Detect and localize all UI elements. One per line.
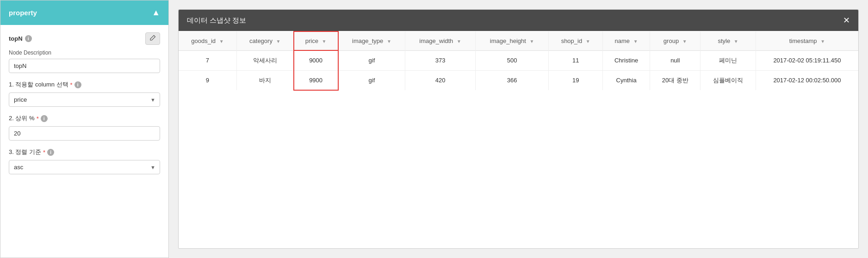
panel-header: property ▲ <box>0 0 168 25</box>
collapse-icon[interactable]: ▲ <box>152 8 160 18</box>
left-panel: property ▲ topN i Node Description 1. 적용… <box>0 0 169 258</box>
sort-arrow-group[interactable]: ▼ <box>682 39 687 44</box>
column-select[interactable]: price goods_id category <box>9 92 160 107</box>
table-row: 7악세사리9000gif37350011Christinenull페미닌2017… <box>179 50 858 70</box>
column-select-label: 1. 적용할 column 선택 * i <box>9 80 160 89</box>
percent-label: 2. 상위 % * i <box>9 114 160 123</box>
td-timestamp-row0: 2017-02-02 05:19:11.450 <box>756 50 858 70</box>
th-name: name ▼ <box>603 31 650 50</box>
sort-arrow-category[interactable]: ▼ <box>276 39 281 44</box>
percent-label-text: 2. 상위 % <box>9 114 35 123</box>
topn-section-title: topN i <box>9 32 160 45</box>
td-image_type-row0: gif <box>338 50 405 70</box>
sort-required: * <box>43 149 45 156</box>
sort-select[interactable]: asc desc <box>9 160 160 174</box>
th-image-height: image_height ▼ <box>476 31 549 50</box>
column-select-section: 1. 적용할 column 선택 * i price goods_id cate… <box>9 80 160 107</box>
sort-select-wrapper: asc desc ▼ <box>9 160 160 174</box>
sort-label-text: 3. 정렬 기준 <box>9 148 41 156</box>
panel-body: topN i Node Description 1. 적용할 column 선택… <box>0 25 168 258</box>
topn-info-icon[interactable]: i <box>25 35 32 42</box>
td-category-row0: 악세사리 <box>236 50 293 70</box>
th-style: style ▼ <box>701 31 756 50</box>
sort-arrow-name[interactable]: ▼ <box>633 39 638 44</box>
td-name-row1: Cynthia <box>603 70 650 90</box>
sort-arrow-style[interactable]: ▼ <box>734 39 738 44</box>
td-image_height-row0: 500 <box>476 50 549 70</box>
td-timestamp-row1: 2017-02-12 00:02:50.000 <box>756 70 858 90</box>
td-category-row1: 바지 <box>236 70 293 90</box>
th-image-width: image_width ▼ <box>405 31 476 50</box>
td-image_width-row0: 373 <box>405 50 476 70</box>
th-timestamp: timestamp ▼ <box>756 31 858 50</box>
column-select-info-icon[interactable]: i <box>74 81 81 88</box>
td-shop_id-row1: 19 <box>549 70 603 90</box>
modal-body: goods_id ▼ category ▼ price ▼ image_type… <box>179 31 858 248</box>
table-header-row: goods_id ▼ category ▼ price ▼ image_type… <box>179 31 858 50</box>
sort-arrow-price[interactable]: ▼ <box>322 39 327 44</box>
td-shop_id-row0: 11 <box>549 50 603 70</box>
sort-arrow-image-type[interactable]: ▼ <box>387 39 391 44</box>
td-image_type-row1: gif <box>338 70 405 90</box>
td-style-row0: 페미닌 <box>701 50 756 70</box>
sort-arrow-shop-id[interactable]: ▼ <box>586 39 590 44</box>
th-image-type: image_type ▼ <box>338 31 405 50</box>
sort-arrow-image-height[interactable]: ▼ <box>530 39 534 44</box>
th-price: price ▼ <box>294 31 338 50</box>
node-desc-label: Node Description <box>9 49 160 56</box>
edit-icon-button[interactable] <box>145 32 160 45</box>
table-row: 9바지9900gif42036619Cynthia20대 중반심플베이직2017… <box>179 70 858 90</box>
modal-close-button[interactable]: ✕ <box>843 15 850 25</box>
td-image_width-row1: 420 <box>405 70 476 90</box>
td-price-row1: 9900 <box>294 70 338 90</box>
percent-input[interactable] <box>9 126 160 141</box>
sort-section: 3. 정렬 기준 * i asc desc ▼ <box>9 148 160 174</box>
percent-section: 2. 상위 % * i <box>9 114 160 141</box>
th-shop-id: shop_id ▼ <box>549 31 603 50</box>
percent-info-icon[interactable]: i <box>41 115 48 122</box>
td-image_height-row1: 366 <box>476 70 549 90</box>
node-description-input[interactable] <box>9 59 160 73</box>
sort-arrow-goods-id[interactable]: ▼ <box>219 39 224 44</box>
td-goods_id-row1: 9 <box>179 70 236 90</box>
td-name-row0: Christine <box>603 50 650 70</box>
th-group: group ▼ <box>650 31 701 50</box>
th-category: category ▼ <box>236 31 293 50</box>
td-group-row1: 20대 중반 <box>650 70 701 90</box>
topn-label: topN <box>9 35 23 42</box>
modal-container: 데이터 스냅샷 정보 ✕ goods_id ▼ category ▼ price… <box>178 9 859 249</box>
td-goods_id-row0: 7 <box>179 50 236 70</box>
td-price-row0: 9000 <box>294 50 338 70</box>
panel-title: property <box>9 9 37 17</box>
td-group-row0: null <box>650 50 701 70</box>
data-table: goods_id ▼ category ▼ price ▼ image_type… <box>179 31 858 91</box>
column-select-required: * <box>70 81 73 88</box>
modal-title: 데이터 스냅샷 정보 <box>187 16 246 25</box>
modal-header: 데이터 스냅샷 정보 ✕ <box>179 10 858 31</box>
sort-label: 3. 정렬 기준 * i <box>9 148 160 156</box>
sort-arrow-image-width[interactable]: ▼ <box>457 39 461 44</box>
sort-info-icon[interactable]: i <box>47 149 54 156</box>
th-goods-id: goods_id ▼ <box>179 31 236 50</box>
right-panel: 데이터 스냅샷 정보 ✕ goods_id ▼ category ▼ price… <box>169 0 868 258</box>
sort-arrow-timestamp[interactable]: ▼ <box>820 39 825 44</box>
percent-required: * <box>37 115 39 122</box>
column-select-label-text: 1. 적용할 column 선택 <box>9 80 68 89</box>
td-style-row1: 심플베이직 <box>701 70 756 90</box>
column-select-wrapper: price goods_id category ▼ <box>9 92 160 107</box>
